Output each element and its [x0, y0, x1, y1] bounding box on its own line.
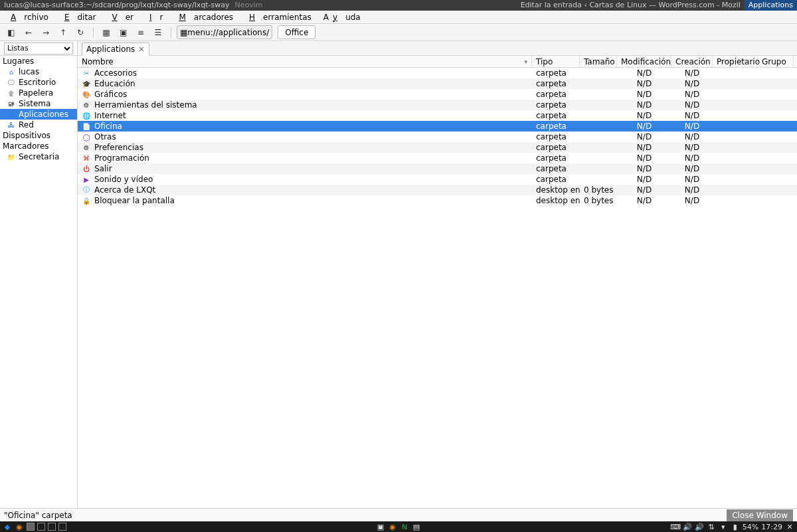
menu-herramientas[interactable]: Herramientas — [241, 11, 319, 23]
menu-ir[interactable]: Ir — [141, 11, 171, 23]
task-filemanager-icon[interactable]: ▤ — [412, 522, 421, 531]
menu-editar[interactable]: Editar — [56, 11, 104, 23]
tab-label: Applications — [86, 44, 135, 54]
wm-title-browser[interactable]: Editar la entrada ‹ Cartas de Linux — Wo… — [517, 0, 745, 11]
task-terminal-icon[interactable]: ▣ — [376, 522, 385, 531]
row-name-label: Educación — [94, 79, 135, 88]
col-nombre[interactable]: Nombre — [78, 56, 532, 67]
wm-titlebar: lucas@lucas-surface3:~/sdcard/prog/lxqt/… — [0, 0, 797, 11]
sidebar-item-red[interactable]: 🖧Red — [0, 120, 77, 130]
wifi-icon[interactable]: ▾ — [719, 522, 728, 531]
sidebar-item-lucas[interactable]: ⌂lucas — [0, 66, 77, 77]
development-icon: ⌘ — [82, 153, 91, 163]
table-row[interactable]: 🎨GráficoscarpetaN/DN/D — [78, 89, 797, 100]
menu-archivo[interactable]: Archivo — [3, 11, 56, 23]
col-tamano[interactable]: Tamaño — [580, 56, 617, 67]
desktop-icon: 🖵 — [7, 78, 16, 87]
back-button[interactable]: ← — [21, 26, 36, 39]
sidebar-item-secretaria[interactable]: 📁Secretaria — [0, 151, 77, 162]
col-grupo[interactable]: Grupo — [758, 56, 794, 67]
status-text: "Oficina" carpeta — [4, 511, 72, 520]
battery-percent: 54% — [743, 523, 758, 531]
row-name-label: Programación — [94, 153, 149, 163]
wm-title-terminal[interactable]: lucas@lucas-surface3:~/sdcard/prog/lxqt/… — [0, 0, 233, 11]
table-row[interactable]: ⚙PreferenciascarpetaN/DN/D — [78, 142, 797, 153]
firefox-icon[interactable]: ◉ — [15, 522, 24, 531]
sidebar-mode-dropdown[interactable]: Listas — [0, 41, 78, 56]
keyboard-icon[interactable]: ⌨ — [671, 522, 680, 531]
menubar: Archivo Editar Ver Ir Marcadores Herrami… — [0, 11, 797, 24]
wm-title-spacer — [264, 0, 516, 11]
education-icon: 🎓 — [82, 79, 91, 88]
view-list-button[interactable]: ☰ — [151, 26, 165, 39]
workspace-3[interactable] — [48, 523, 56, 531]
view-thumbnails-button[interactable]: ▣ — [116, 26, 131, 39]
addressbar[interactable]: ▦ menu://applications/ — [177, 25, 272, 39]
table-row[interactable]: ⌘ProgramacióncarpetaN/DN/D — [78, 153, 797, 163]
column-headers: Nombre Tipo Tamaño Modificación Creación… — [78, 56, 797, 68]
toolbar-separator — [93, 27, 94, 38]
network-tray-icon[interactable]: ⇅ — [707, 522, 716, 531]
table-row[interactable]: ⏻SalircarpetaN/DN/D — [78, 163, 797, 174]
close-window-button[interactable]: Close Window — [727, 509, 793, 521]
menu-ayuda[interactable]: Ayuda — [319, 11, 369, 23]
logout-tray-icon[interactable]: ✕ — [785, 522, 794, 531]
sidebar-item-aplicaciones[interactable]: ▦Aplicaciones — [0, 109, 77, 120]
tab-row: Listas Applications ✕ — [0, 41, 797, 56]
reload-button[interactable]: ↻ — [73, 26, 88, 39]
table-row[interactable]: 🌐InternetcarpetaN/DN/D — [78, 110, 797, 121]
sidebar-header-lugares: Lugares — [0, 56, 77, 66]
sidebar-mode-select[interactable]: Listas — [4, 43, 73, 54]
task-neovim-icon[interactable]: N — [400, 522, 409, 531]
table-row[interactable]: ⓘAcerca de LXQtdesktop entry0 bytesN/DN/… — [78, 185, 797, 195]
row-name-label: Gráficos — [94, 90, 127, 99]
workspace-1[interactable] — [27, 523, 35, 531]
workspace-4[interactable] — [58, 523, 66, 531]
col-propietario[interactable]: Propietario — [713, 56, 758, 67]
row-name-label: Internet — [94, 111, 126, 120]
battery-icon[interactable]: ▮ — [731, 522, 740, 531]
sidebar-item-label: Secretaria — [19, 152, 59, 161]
system-tools-icon: ⚙ — [82, 100, 91, 110]
task-firefox-icon[interactable]: ◉ — [388, 522, 397, 531]
new-tab-button[interactable]: ◧ — [4, 26, 19, 39]
menu-ver[interactable]: Ver — [104, 11, 141, 23]
col-tipo[interactable]: Tipo — [532, 56, 580, 67]
volume-icon[interactable]: 🔊 — [683, 522, 692, 531]
table-row[interactable]: ◯OtrascarpetaN/DN/D — [78, 132, 797, 142]
taskbar-right: ⌨ 🔊 🔊 ⇅ ▾ ▮ 54% 17:29 ✕ — [671, 522, 794, 531]
forward-button[interactable]: → — [39, 26, 53, 39]
table-row[interactable]: ⚙Herramientas del sistemacarpetaN/DN/D — [78, 100, 797, 110]
tab-applications[interactable]: Applications ✕ — [82, 43, 149, 56]
table-row[interactable]: ✂AccesorioscarpetaN/DN/D — [78, 68, 797, 78]
taskbar-center: ▣ ◉ N ▤ — [376, 522, 421, 531]
sidebar-item-papelera[interactable]: 🗑Papelera — [0, 88, 77, 98]
col-creacion[interactable]: Creación — [671, 56, 713, 67]
breadcrumb-office[interactable]: Office — [278, 25, 315, 39]
computer-icon: 🖳 — [7, 99, 16, 108]
menu-marcadores[interactable]: Marcadores — [171, 11, 241, 23]
workspace-2[interactable] — [37, 523, 45, 531]
row-name-label: Preferencias — [94, 143, 143, 152]
row-name-label: Oficina — [94, 122, 122, 131]
table-row[interactable]: 🔒Bloquear la pantalladesktop entry0 byte… — [78, 195, 797, 206]
table-row[interactable]: 📄OficinacarpetaN/DN/D — [78, 121, 797, 132]
view-icons-button[interactable]: ▦ — [99, 26, 114, 39]
table-row[interactable]: 🎓EducacióncarpetaN/DN/D — [78, 78, 797, 89]
file-rows[interactable]: ✂AccesorioscarpetaN/DN/D🎓Educacióncarpet… — [78, 68, 797, 508]
sidebar-item-label: Escritorio — [19, 78, 56, 87]
sidebar-item-escritorio[interactable]: 🖵Escritorio — [0, 77, 77, 88]
table-row[interactable]: ▶Sonido y vídeocarpetaN/DN/D — [78, 174, 797, 185]
row-name-label: Otras — [94, 132, 116, 141]
network-icon: 🖧 — [7, 120, 16, 130]
volume2-icon[interactable]: 🔊 — [695, 522, 704, 531]
up-button[interactable]: ↑ — [56, 26, 70, 39]
start-menu-icon[interactable]: ◆ — [3, 522, 12, 531]
view-compact-button[interactable]: ≡ — [133, 26, 148, 39]
col-modificacion[interactable]: Modificación — [617, 56, 671, 67]
wm-title-active[interactable]: Applications — [745, 0, 797, 11]
row-name-label: Accesorios — [94, 68, 137, 78]
sidebar-item-sistema[interactable]: 🖳Sistema — [0, 98, 77, 109]
tab-close-icon[interactable]: ✕ — [138, 45, 144, 54]
clock[interactable]: 17:29 — [761, 523, 782, 531]
